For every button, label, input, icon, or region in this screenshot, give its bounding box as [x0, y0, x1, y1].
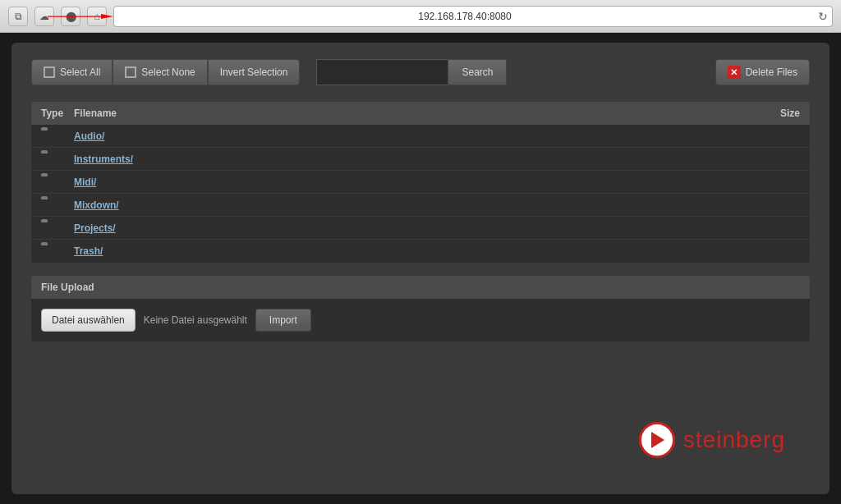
import-button[interactable]: Import [255, 309, 311, 332]
search-input[interactable] [316, 59, 448, 85]
search-button[interactable]: Search [448, 59, 507, 85]
file-link[interactable]: Midi/ [74, 176, 96, 188]
select-none-checkbox-icon [125, 66, 136, 78]
browser-chrome: ⧉ ☁ ⬤ ⌂ ↻ [0, 0, 841, 33]
reload-btn[interactable]: ↻ [818, 10, 828, 23]
select-none-label: Select None [141, 66, 195, 78]
row-type-icon [41, 245, 74, 257]
file-link[interactable]: Projects/ [74, 222, 116, 234]
table-header: Type Filename Size [31, 102, 810, 125]
table-row[interactable]: Midi/ [31, 171, 810, 194]
app-container: Select All Select None Invert Selection … [11, 43, 830, 494]
svg-marker-1 [101, 14, 113, 19]
select-all-checkbox-icon [44, 66, 55, 78]
row-filename[interactable]: Midi/ [74, 176, 734, 188]
choose-file-label: Datei auswählen [52, 314, 125, 326]
row-type-icon [41, 131, 74, 142]
address-bar-container: ↻ [113, 6, 833, 27]
search-label: Search [462, 66, 493, 78]
select-none-button[interactable]: Select None [113, 59, 207, 85]
tab-btn[interactable]: ⧉ [8, 7, 28, 26]
select-all-label: Select All [60, 66, 100, 78]
import-label: Import [269, 314, 297, 326]
table-row[interactable]: Trash/ [31, 240, 810, 263]
row-filename[interactable]: Projects/ [74, 222, 734, 234]
file-link[interactable]: Mixdown/ [74, 199, 119, 211]
upload-section: File Upload Datei auswählen Keine Datei … [31, 276, 810, 341]
invert-selection-button[interactable]: Invert Selection [208, 59, 301, 85]
table-row[interactable]: Audio/ [31, 125, 810, 148]
row-filename[interactable]: Instruments/ [74, 153, 734, 165]
row-type-icon [41, 222, 74, 234]
file-link[interactable]: Instruments/ [74, 153, 133, 165]
choose-file-button[interactable]: Datei auswählen [41, 309, 136, 332]
row-type-icon [41, 176, 74, 188]
file-link[interactable]: Trash/ [74, 245, 103, 257]
upload-header-label: File Upload [41, 282, 94, 293]
no-file-label: Keine Datei ausgewählt [144, 314, 247, 326]
delete-files-button[interactable]: ✕ Delete Files [715, 59, 810, 85]
table-row[interactable]: Mixdown/ [31, 194, 810, 217]
delete-label: Delete Files [746, 66, 797, 78]
table-row[interactable]: Projects/ [31, 217, 810, 240]
invert-selection-label: Invert Selection [220, 66, 288, 78]
toolbar: Select All Select None Invert Selection … [31, 59, 810, 85]
file-link[interactable]: Audio/ [74, 131, 104, 142]
upload-body: Datei auswählen Keine Datei ausgewählt I… [31, 299, 810, 341]
row-type-icon [41, 199, 74, 211]
row-filename[interactable]: Trash/ [74, 245, 734, 257]
file-rows-container: Audio/ Instruments/ Midi/ Mix [31, 125, 810, 263]
table-row[interactable]: Instruments/ [31, 148, 810, 171]
row-filename[interactable]: Audio/ [74, 131, 734, 142]
steinberg-logo-circle [639, 422, 675, 458]
file-table: Type Filename Size Audio/ Instruments/ [31, 102, 810, 263]
col-type-header: Type [41, 108, 74, 119]
play-icon [651, 432, 664, 448]
steinberg-logo-text: steinberg [683, 427, 785, 453]
upload-header: File Upload [31, 276, 810, 299]
select-all-button[interactable]: Select All [31, 59, 113, 85]
logo-container: steinberg [639, 422, 785, 458]
col-size-header: Size [734, 108, 800, 119]
app-wrapper: Select All Select None Invert Selection … [31, 59, 810, 478]
col-filename-header: Filename [74, 108, 734, 119]
delete-icon: ✕ [728, 66, 741, 79]
row-type-icon [41, 153, 74, 165]
arrow-indicator [48, 8, 113, 25]
row-filename[interactable]: Mixdown/ [74, 199, 734, 211]
address-input[interactable] [113, 6, 833, 27]
